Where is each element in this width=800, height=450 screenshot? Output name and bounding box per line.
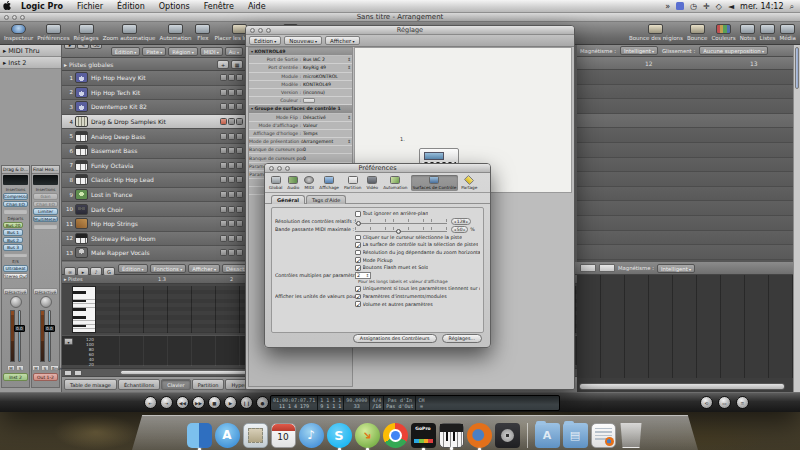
input-source-icon[interactable]	[676, 2, 684, 10]
gopro-icon[interactable]: GoPro	[411, 423, 436, 448]
track-lane[interactable]	[577, 245, 793, 260]
toolbar-media[interactable]: Média	[779, 24, 796, 41]
parameter-row[interactable]: KONTROL49	[249, 48, 352, 56]
checkbox[interactable]	[355, 235, 361, 241]
solo-button[interactable]: S	[16, 365, 24, 371]
record-enable-button[interactable]	[220, 162, 227, 169]
bypass-button[interactable]: Désactivé	[3, 288, 28, 295]
parameter-row[interactable]: Modèle : KONTROL49	[249, 81, 352, 89]
track-lane[interactable]	[577, 70, 793, 85]
plugin-slot[interactable]: Chan EQ	[33, 201, 58, 208]
spotlight-icon[interactable]: ⌕	[790, 0, 794, 13]
checkbox[interactable]	[355, 242, 361, 248]
checkbox[interactable]	[355, 211, 361, 217]
record-enable-button[interactable]	[220, 74, 227, 81]
firefox-icon[interactable]	[467, 423, 492, 448]
checkbox[interactable]	[355, 250, 361, 256]
prefs-tab-partition[interactable]: Partition	[342, 175, 363, 191]
preferences-titlebar[interactable]: Préférences	[265, 164, 490, 173]
mute-button[interactable]	[228, 220, 235, 227]
parameter-row[interactable]: Couleur :	[249, 97, 352, 105]
prefs-tab-midi[interactable]: MIDI	[302, 175, 316, 191]
inspector-disclosure[interactable]: ▸ Inst 2	[0, 57, 61, 69]
solo-button[interactable]	[236, 235, 243, 242]
record-enable-button[interactable]	[220, 133, 227, 140]
solo-button[interactable]	[236, 118, 243, 125]
toolbar-reglages[interactable]: Réglages	[74, 24, 99, 41]
time-machine-icon[interactable]: ◷	[690, 0, 697, 13]
mute-button[interactable]	[228, 249, 235, 256]
track-row[interactable]: 10 Dark Choir	[62, 202, 245, 217]
drag-menu[interactable]: Aucune superposition	[699, 46, 768, 55]
mute-button[interactable]	[228, 133, 235, 140]
plugin-slot[interactable]	[3, 252, 28, 259]
app-store-icon[interactable]	[215, 423, 240, 448]
plugin-slot[interactable]	[33, 223, 58, 230]
play-button[interactable]: ▶	[224, 396, 237, 409]
track-lane[interactable]	[577, 158, 793, 173]
track-lane[interactable]	[577, 99, 793, 114]
bypass-button[interactable]: Désactivé	[33, 288, 58, 295]
editor-tab[interactable]: Partition	[192, 379, 225, 390]
plugin-slot[interactable]: Départs	[3, 216, 28, 221]
solo-button[interactable]	[236, 74, 243, 81]
record-enable-button[interactable]	[220, 249, 227, 256]
value-stepper[interactable]: ◂128▸	[451, 218, 471, 225]
record-enable-button[interactable]	[220, 103, 227, 110]
toolbar-bounce-regions[interactable]: Bounce des régions	[629, 24, 683, 41]
mute-button[interactable]	[228, 191, 235, 198]
arrange-titlebar[interactable]: Sans titre - Arrangement	[0, 13, 800, 22]
parameter-row[interactable]: Banque de curseurs pour la prise : 0	[249, 146, 352, 154]
toolbar-notes[interactable]: Notes	[740, 24, 756, 41]
track-row[interactable]: 4 Drag & Drop Samples Kit	[62, 115, 245, 130]
volume-fader[interactable]: 0.0	[48, 310, 51, 362]
skype-icon[interactable]	[327, 423, 352, 448]
bounce-button[interactable]: Bnce	[50, 365, 59, 371]
downloader-icon[interactable]	[355, 423, 380, 448]
record-enable-button[interactable]	[220, 147, 227, 154]
eraser-tool-icon[interactable]: ⌫	[90, 45, 102, 49]
value-stepper[interactable]: ◂50▸	[451, 226, 468, 233]
track-row[interactable]: 8 Classic Hip Hop Lead	[62, 173, 245, 188]
checkbox[interactable]	[355, 294, 361, 300]
setup-menu[interactable]: Édition	[249, 36, 281, 45]
track-row[interactable]: 11 Hip Hop Strings	[62, 217, 245, 232]
chrome-icon[interactable]	[383, 423, 408, 448]
toolbar-listes[interactable]: Listes	[760, 24, 776, 41]
solo-button[interactable]	[236, 103, 243, 110]
autopunch-button[interactable]: ▭	[718, 396, 731, 409]
snap-menu[interactable]: Intelligent	[620, 46, 658, 55]
track-row[interactable]: 12 Steinway Piano Room	[62, 232, 245, 247]
relative-resolution-slider[interactable]	[355, 218, 447, 226]
track-row[interactable]: 5 Analog Deep Bass	[62, 129, 245, 144]
finder-icon[interactable]	[187, 423, 212, 448]
record-enable-button[interactable]	[220, 206, 227, 213]
track-lane[interactable]	[577, 172, 793, 187]
track-lane[interactable]	[577, 187, 793, 202]
bar-ruler[interactable]: 12 13	[577, 57, 793, 70]
mute-button[interactable]	[228, 89, 235, 96]
parameter-row[interactable]: Port de Sortie : Bus IAC 2	[249, 56, 352, 64]
plugin-slot[interactable]: Compressor	[3, 193, 28, 200]
mute-button[interactable]: M	[7, 365, 15, 371]
window-controls[interactable]	[269, 166, 290, 171]
pause-button[interactable]: ❙❙	[240, 396, 253, 409]
plugin-slot[interactable]: Gain	[33, 193, 58, 200]
record-enable-button[interactable]	[220, 176, 227, 183]
arrange-menu[interactable]: Piste	[142, 47, 166, 56]
go-begin-button[interactable]: ⇤	[144, 396, 157, 409]
solo-button[interactable]: S	[41, 365, 49, 371]
piano-roll-menu[interactable]: Fonctions	[150, 264, 187, 273]
menu-item[interactable]: Logic Pro	[14, 2, 70, 11]
piano-roll-menu[interactable]: Édition	[118, 264, 148, 273]
solo-button[interactable]	[236, 206, 243, 213]
inspector-disclosure[interactable]: ▸ MIDI Thru	[0, 45, 61, 57]
prefs-tab-global[interactable]: Global	[267, 175, 284, 191]
prefs-subtab[interactable]: Tags d'Aide	[306, 195, 346, 204]
setup-menu[interactable]: Afficher	[325, 36, 360, 45]
documents-folder-icon[interactable]	[563, 423, 588, 448]
pan-knob[interactable]	[10, 296, 22, 308]
prefs-tab-surfaces[interactable]: Surfaces de Contrôle	[411, 175, 459, 191]
toolbar-automation[interactable]: Automation	[159, 24, 191, 41]
checkbox[interactable]	[355, 265, 361, 271]
